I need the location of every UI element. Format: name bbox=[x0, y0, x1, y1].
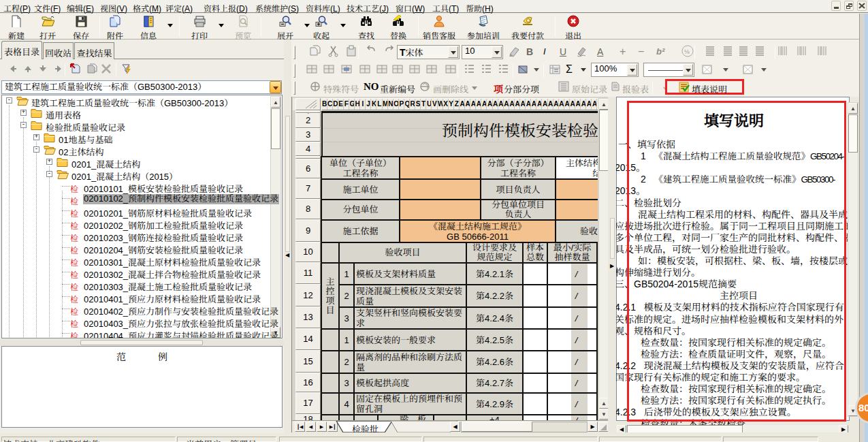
svg-text:⅛: ⅛ bbox=[684, 48, 690, 55]
